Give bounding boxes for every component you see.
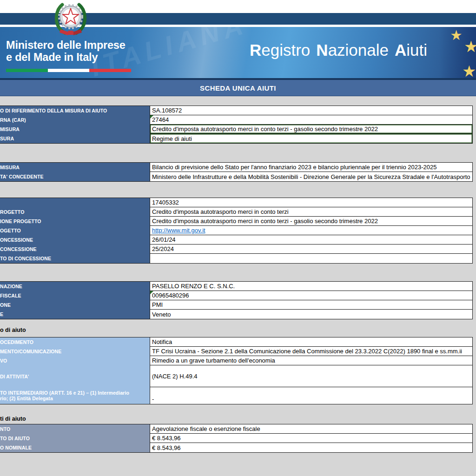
row-obiettivo: VO Rimedio a un grave turbamento dell'ec… — [0, 356, 472, 365]
eu-star-icon: ★ — [462, 62, 476, 78]
row-importo-nominale: O NOMINALE € 8.543,96 — [0, 443, 472, 452]
value-denominazione: PASELLO RENZO E C. S.N.C. — [150, 282, 472, 291]
ministry-title: Ministero delle Imprese e del Made in It… — [6, 39, 126, 63]
row-importo-aiuto: TO DI AIUTO € 8.543,96 — [0, 434, 472, 443]
value-soggetto-intermediario: - — [150, 387, 472, 404]
flag-white — [48, 69, 90, 72]
italy-emblem-icon — [51, 1, 90, 37]
eu-star-icon: ★ — [464, 37, 476, 56]
value-procedimento: Notifica — [150, 337, 472, 347]
value-importo-nominale: € 8.543,96 — [150, 443, 472, 452]
row-regolamento: MENTO/COMUNICAZIONE TF Crisi Ucraina - S… — [0, 347, 472, 356]
value-riferimento-misura: SA.108572 — [150, 106, 472, 115]
section-progetto: 17405332 ROGETTO Credito d'imposta autot… — [0, 198, 473, 264]
row-regione: E Veneto — [0, 310, 472, 319]
section-norma: MISURA Bilancio di previsione dello Stat… — [0, 162, 473, 182]
row-base-giuridica: MISURA Bilancio di previsione dello Stat… — [0, 163, 472, 172]
value-settore-attivita: (NACE 2) H.49.4 — [150, 365, 472, 387]
value-data-concessione: 26/01/24 — [150, 235, 472, 245]
row-denominazione: NAZIONE PASELLO RENZO E C. S.N.C. — [0, 282, 472, 291]
row-titolo-progetto: ROGETTO Credito d'imposta autotrasporto … — [0, 207, 472, 217]
value-base-giuridica: Bilancio di previsione dello Stato per l… — [150, 163, 472, 172]
row-procedimento: OCEDIMENTO Notifica — [0, 337, 472, 347]
ministry-line2: e del Made in Italy — [6, 51, 126, 63]
row-strumento: NTO Agevolazione fiscale o esenzione fis… — [0, 424, 472, 434]
row-codice-car: RNA (CAR) 27464 — [0, 115, 472, 125]
importi-section-header: ti di aiuto — [0, 416, 26, 422]
row-codice-fiscale: FISCALE 00965480296 — [0, 291, 472, 300]
registro-nazionale-aiuti-title: RegistroNazionaleAiuti — [250, 41, 427, 60]
flag-red — [89, 69, 131, 72]
row-data-concessione: ONCESSIONE 26/01/24 — [0, 235, 472, 245]
eu-star-icon: ★ — [450, 27, 463, 43]
value-regolamento: TF Crisi Ucraina - Sezione 2.1 della Com… — [150, 347, 472, 356]
row-atto-concessione: TO DI CONCESSIONE — [0, 254, 472, 263]
value-numero-concessione: 25/2024 — [150, 245, 472, 254]
section-beneficiario: NAZIONE PASELLO RENZO E C. S.N.C. FISCAL… — [0, 281, 473, 319]
value-dimensione: PMI — [150, 300, 472, 310]
row-dimensione: ONE PMI — [0, 300, 472, 310]
row-url-progetto: OGETTO http://www.mit.gov.it — [0, 226, 472, 235]
section-inquadramento: OCEDIMENTO Notifica MENTO/COMUNICAZIONE … — [0, 337, 473, 404]
row-id-progetto: 17405332 — [0, 198, 472, 207]
ministry-line1: Ministero delle Imprese — [6, 39, 126, 51]
flag-green — [6, 69, 48, 72]
scheda-unica-aiuti-page: ITALIANA ★ ★ ★ Ministero delle Imprese e… — [0, 0, 476, 476]
scheda-unica-aiuti-banner: SCHEDA UNICA AIUTI — [0, 80, 476, 96]
row-titolo-misura: MISURA Credito d'imposta autotrasporto m… — [0, 125, 472, 134]
row-riferimento-misura: O DI RIFERIMENTO DELLA MISURA DI AIUTO S… — [0, 106, 472, 115]
row-tipologia-misura: SURA Regime di aiuti — [0, 134, 472, 143]
section-importi: NTO Agevolazione fiscale o esenzione fis… — [0, 424, 473, 453]
row-settore-attivita: DI ATTIVITA' (NACE 2) H.49.4 — [0, 365, 472, 387]
section-misura: O DI RIFERIMENTO DELLA MISURA DI AIUTO S… — [0, 106, 473, 144]
inquadramento-section-header: o di aiuto — [0, 327, 26, 333]
value-codice-car: 27464 — [150, 115, 472, 125]
value-descrizione-progetto: Credito d'imposta autotrasporto merci in… — [150, 217, 472, 226]
row-numero-concessione: CONCESSIONE 25/2024 — [0, 245, 472, 254]
value-titolo-misura: Credito d'imposta autotrasporto merci in… — [150, 125, 472, 134]
value-id-progetto: 17405332 — [150, 198, 472, 207]
value-regione: Veneto — [150, 310, 472, 319]
value-autorita-concedente: Ministero delle Infrastrutture e della M… — [150, 172, 472, 181]
value-atto-concessione — [150, 254, 472, 263]
row-autorita-concedente: TA' CONCEDENTE Ministero delle Infrastru… — [0, 172, 472, 181]
row-descrizione-progetto: IONE PROGETTO Credito d'imposta autotras… — [0, 217, 472, 226]
italian-flag-stripe — [6, 69, 131, 72]
value-obiettivo: Rimedio a un grave turbamento dell'econo… — [150, 356, 472, 365]
value-codice-fiscale: 00965480296 — [150, 291, 472, 300]
value-importo-aiuto: € 8.543,96 — [150, 434, 472, 443]
value-url-progetto: http://www.mit.gov.it — [150, 226, 472, 235]
row-soggetto-intermediario: TO INTERMEDIARIO (ARTT. 16 e 21) – (1) I… — [0, 387, 472, 404]
value-tipologia-misura: Regime di aiuti — [150, 134, 472, 143]
value-strumento: Agevolazione fiscale o esenzione fiscale — [150, 424, 472, 434]
value-titolo-progetto: Credito d'imposta autotrasporto merci in… — [150, 207, 472, 217]
mit-gov-link[interactable]: http://www.mit.gov.it — [152, 227, 205, 234]
